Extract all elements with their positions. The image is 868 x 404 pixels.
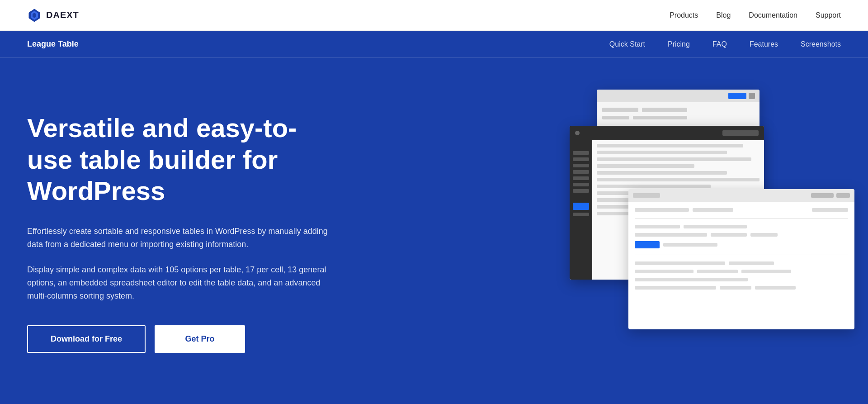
- front-placeholder-6: [635, 233, 707, 237]
- front-row-3: [635, 233, 848, 237]
- titlebar-dot: [575, 131, 580, 135]
- front-placeholder-14: [741, 270, 791, 273]
- sidebar-blue-highlight: [573, 203, 589, 210]
- hero-title: Versatile and easy-to-use table builder …: [27, 112, 335, 207]
- sec-nav-faq[interactable]: FAQ: [712, 40, 727, 48]
- front-titlebar-label: [633, 193, 660, 198]
- front-row-7: [635, 278, 848, 281]
- content-line-3: [597, 157, 751, 161]
- daext-logo-icon: [27, 8, 42, 23]
- sidebar-block-8: [573, 213, 589, 216]
- gray-title-btn: [749, 93, 755, 99]
- sidebar-block-6: [573, 183, 589, 186]
- sidebar-block-4: [573, 170, 589, 174]
- content-line-5: [597, 171, 727, 175]
- hero-section: Versatile and easy-to-use table builder …: [0, 58, 868, 404]
- front-placeholder-2: [693, 208, 733, 212]
- mockup-mid-titlebar: [570, 126, 764, 140]
- front-row-8: [635, 286, 848, 290]
- titlebar-rect: [722, 130, 759, 136]
- front-placeholder-3: [812, 208, 848, 212]
- mockup-front-window: [628, 189, 854, 329]
- nav-item-documentation[interactable]: Documentation: [749, 11, 797, 19]
- front-placeholder-16: [635, 286, 716, 290]
- content-line-2: [597, 151, 727, 154]
- front-ctrl-2: [836, 193, 850, 198]
- mockup-back-titlebar: [597, 90, 760, 102]
- front-placeholder-5: [684, 225, 747, 228]
- front-placeholder-13: [697, 270, 738, 273]
- hero-buttons: Download for Free Get Pro: [27, 325, 335, 353]
- front-titlebar-controls: [811, 193, 850, 198]
- front-window-content: [628, 202, 854, 296]
- front-placeholder-17: [720, 286, 751, 290]
- secondary-nav-links: Quick Start Pricing FAQ Features Screens…: [609, 40, 841, 48]
- content-line-1: [597, 144, 743, 147]
- content-line-7: [597, 185, 711, 188]
- front-row-2: [635, 225, 848, 228]
- front-placeholder-18: [755, 286, 796, 290]
- front-placeholder-10: [635, 261, 725, 265]
- sidebar-block-3: [573, 164, 589, 167]
- hero-content: Versatile and easy-to-use table builder …: [27, 94, 335, 353]
- front-row-1: [635, 208, 848, 212]
- logo-area[interactable]: DAEXT: [27, 8, 79, 23]
- sec-nav-pricing[interactable]: Pricing: [668, 40, 690, 48]
- top-nav-links: Products Blog Documentation Support: [670, 11, 841, 19]
- content-line-6: [597, 178, 760, 181]
- sec-nav-features[interactable]: Features: [750, 40, 778, 48]
- blue-title-btn: [728, 93, 746, 99]
- front-placeholder-12: [635, 270, 693, 273]
- front-placeholder-11: [729, 261, 774, 265]
- sidebar-block-1: [573, 151, 589, 155]
- front-placeholder-15: [635, 278, 748, 281]
- placeholder-4: [633, 116, 687, 119]
- secondary-nav: League Table Quick Start Pricing FAQ Fea…: [0, 31, 868, 58]
- sidebar-block-7: [573, 189, 589, 193]
- front-blue-button: [635, 241, 660, 248]
- placeholder-3: [602, 116, 629, 119]
- front-placeholder-4: [635, 225, 680, 228]
- front-placeholder-7: [711, 233, 747, 237]
- top-nav: DAEXT Products Blog Documentation Suppor…: [0, 0, 868, 31]
- front-divider-1: [635, 218, 848, 219]
- front-divider-2: [635, 255, 848, 255]
- get-pro-button[interactable]: Get Pro: [155, 325, 245, 353]
- mockup-front-titlebar: [628, 189, 854, 202]
- nav-item-blog[interactable]: Blog: [716, 11, 731, 19]
- sec-nav-quick-start[interactable]: Quick Start: [609, 40, 645, 48]
- nav-item-products[interactable]: Products: [670, 11, 698, 19]
- nav-item-support[interactable]: Support: [816, 11, 841, 19]
- download-free-button[interactable]: Download for Free: [27, 325, 146, 353]
- front-placeholder-9: [663, 243, 717, 247]
- front-ctrl-1: [811, 193, 834, 198]
- mockup-row-1: [602, 108, 754, 112]
- placeholder-1: [602, 108, 638, 112]
- front-placeholder-1: [635, 208, 689, 212]
- hero-description-2: Display simple and complex data with 105…: [27, 263, 335, 302]
- hero-description-1: Effortlessly create sortable and respons…: [27, 225, 335, 251]
- front-placeholder-8: [750, 233, 778, 237]
- mockup-row-2: [602, 116, 754, 119]
- placeholder-2: [642, 108, 687, 112]
- front-row-4: [635, 241, 848, 248]
- sec-nav-screenshots[interactable]: Screenshots: [801, 40, 841, 48]
- front-row-6: [635, 270, 848, 273]
- mockup-container: [570, 71, 868, 404]
- sidebar-block-2: [573, 157, 589, 161]
- mockup-sidebar: [570, 126, 592, 280]
- hero-illustration: [570, 71, 868, 404]
- league-table-brand[interactable]: League Table: [27, 39, 79, 49]
- sidebar-block-5: [573, 176, 589, 180]
- logo-text: DAEXT: [46, 10, 79, 20]
- front-row-5: [635, 261, 848, 265]
- content-line-4: [597, 164, 694, 168]
